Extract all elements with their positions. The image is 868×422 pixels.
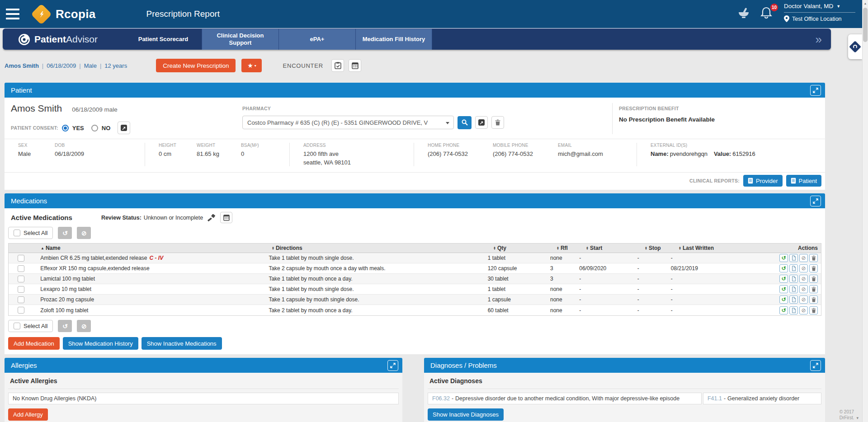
row-checkbox[interactable] — [18, 286, 24, 293]
renew-button[interactable]: ↺ — [779, 295, 788, 304]
advisor-tab[interactable]: Medication Fill History — [355, 29, 432, 50]
rcopia-logo[interactable]: Rcopia — [34, 7, 95, 22]
location-pin-icon — [784, 15, 789, 22]
add-medication-button[interactable]: Add Medication — [8, 337, 60, 350]
copy-prescription-button[interactable] — [789, 306, 798, 314]
renew-button[interactable]: ↺ — [779, 285, 788, 293]
sort-qty-header[interactable]: ▲▼Qty — [493, 245, 557, 251]
delete-button[interactable] — [809, 295, 818, 304]
review-status-label: Review Status: — [101, 215, 142, 221]
office-location[interactable]: Test Office Location — [784, 12, 855, 22]
copy-prescription-button[interactable] — [789, 285, 798, 293]
diagnosis-item: F41.1-Generalized anxiety disorder — [703, 393, 821, 404]
row-checkbox[interactable] — [18, 307, 24, 314]
expand-panel-icon[interactable] — [810, 85, 821, 96]
show-medication-history-button[interactable]: Show Medication History — [63, 337, 138, 350]
advisor-more-icon[interactable]: » — [816, 29, 822, 50]
delete-button[interactable] — [809, 254, 818, 262]
sort-name-header[interactable]: ▲Name — [33, 245, 272, 251]
medication-name: Effexor XR 150 mg capsule,extended relea… — [33, 265, 269, 272]
trash-icon — [811, 286, 816, 292]
advisor-tab[interactable]: Patient Scorecard — [125, 29, 202, 50]
expand-panel-icon[interactable] — [387, 360, 398, 371]
consent-edit-button[interactable] — [118, 122, 130, 134]
discontinue-button[interactable]: ⊘ — [799, 306, 808, 314]
row-checkbox[interactable] — [18, 276, 24, 282]
hamburger-menu-icon[interactable] — [6, 9, 19, 19]
select-all-top[interactable]: Select All — [8, 227, 53, 239]
sort-stop-header[interactable]: ▲▼Stop — [645, 245, 679, 251]
advisor-tab[interactable]: Clinical Decision Support — [202, 29, 278, 50]
actions-header: Actions — [787, 245, 821, 251]
row-checkbox[interactable] — [18, 296, 24, 303]
select-all-checkbox[interactable] — [14, 230, 20, 236]
encounter-clipboard-icon[interactable] — [331, 59, 344, 72]
patientadvisor-side-tab[interactable] — [848, 34, 862, 59]
show-inactive-diagnoses-button[interactable]: Show Inactive Diagnoses — [428, 408, 504, 421]
renew-button[interactable]: ↺ — [779, 306, 788, 314]
expand-panel-icon[interactable] — [810, 196, 821, 206]
discontinue-button[interactable]: ⊘ — [799, 254, 808, 262]
pharmacy-search-button[interactable] — [458, 116, 472, 129]
undo-icon: ↺ — [781, 255, 786, 261]
copy-prescription-button[interactable] — [789, 295, 798, 304]
active-allergies-title: Active Allergies — [8, 376, 399, 389]
row-checkbox[interactable] — [18, 255, 24, 262]
patient-report-button[interactable]: Patient — [786, 175, 821, 187]
diagnoses-panel-title: Diagnoses / Problems — [430, 361, 497, 369]
expand-panel-icon[interactable] — [810, 360, 821, 371]
scrollbar-up-icon[interactable]: ▲ — [863, 0, 868, 6]
user-menu[interactable]: Doctor Valant, MD ▼ — [784, 3, 855, 12]
discontinue-selected-button[interactable]: ⊘ — [77, 227, 91, 239]
select-all-checkbox[interactable] — [14, 323, 20, 329]
create-new-prescription-button[interactable]: Create New Prescription — [156, 59, 236, 72]
select-all-bottom[interactable]: Select All — [8, 320, 53, 332]
consent-yes-radio[interactable] — [62, 125, 69, 131]
discontinue-button[interactable]: ⊘ — [799, 285, 808, 293]
page-icon — [792, 286, 796, 292]
pharmacy-select[interactable]: Costco Pharmacy # 635 (C) (R) (E) - 5351… — [242, 116, 454, 129]
scrollbar-thumb[interactable] — [863, 8, 868, 42]
copy-prescription-button[interactable] — [789, 275, 798, 283]
pharmacy-edit-button[interactable] — [475, 116, 488, 129]
encounter-calendar-icon[interactable] — [349, 59, 361, 72]
renew-button[interactable]: ↺ — [779, 264, 788, 272]
delete-button[interactable] — [809, 306, 818, 314]
show-inactive-medications-button[interactable]: Show Inactive Medications — [142, 337, 222, 350]
provider-report-button[interactable]: Provider — [743, 175, 782, 187]
medication-last-written: - — [671, 276, 778, 282]
discontinue-button[interactable]: ⊘ — [799, 275, 808, 283]
discontinue-button[interactable]: ⊘ — [799, 295, 808, 304]
sort-rfl-header[interactable]: ▲▼Rfl — [557, 245, 586, 251]
patient-name-link[interactable]: Amos Smith — [5, 62, 39, 69]
trash-icon — [811, 308, 816, 313]
pharmacy-delete-button[interactable] — [491, 116, 504, 129]
footer-caret-icon[interactable]: ▾ — [856, 416, 859, 421]
delete-button[interactable] — [809, 264, 818, 272]
row-checkbox[interactable] — [18, 265, 24, 272]
review-calendar-icon[interactable] — [220, 212, 232, 223]
sort-directions-header[interactable]: ▲▼Directions — [272, 245, 493, 251]
copy-prescription-button[interactable] — [789, 264, 798, 272]
renew-button[interactable]: ↺ — [779, 254, 788, 262]
advisor-brand-bold: Patient — [34, 34, 66, 44]
page-title: Prescription Report — [146, 9, 220, 19]
medication-row: Lexapro 10 mg tablet Take 1 tablet by mo… — [9, 284, 821, 295]
favorites-star-button[interactable]: ★ ▾ — [241, 59, 262, 72]
delete-button[interactable] — [809, 285, 818, 293]
renew-selected-button[interactable]: ↺ — [58, 227, 72, 239]
sort-last-written-header[interactable]: ▲▼Last Written — [679, 245, 787, 251]
delete-button[interactable] — [809, 275, 818, 283]
consent-no-radio[interactable] — [91, 125, 98, 131]
renew-selected-button[interactable]: ↺ — [58, 320, 72, 332]
medication-stop: - — [637, 286, 671, 292]
pharmacy-mortar-icon[interactable] — [737, 8, 750, 21]
review-gavel-icon[interactable] — [208, 214, 216, 221]
copy-prescription-button[interactable] — [789, 254, 798, 262]
discontinue-selected-button[interactable]: ⊘ — [77, 320, 91, 332]
sort-start-header[interactable]: ▲▼Start — [586, 245, 645, 251]
advisor-tab[interactable]: ePA+ — [278, 29, 355, 50]
discontinue-button[interactable]: ⊘ — [799, 264, 808, 272]
add-allergy-button[interactable]: Add Allergy — [8, 408, 48, 421]
renew-button[interactable]: ↺ — [779, 275, 788, 283]
